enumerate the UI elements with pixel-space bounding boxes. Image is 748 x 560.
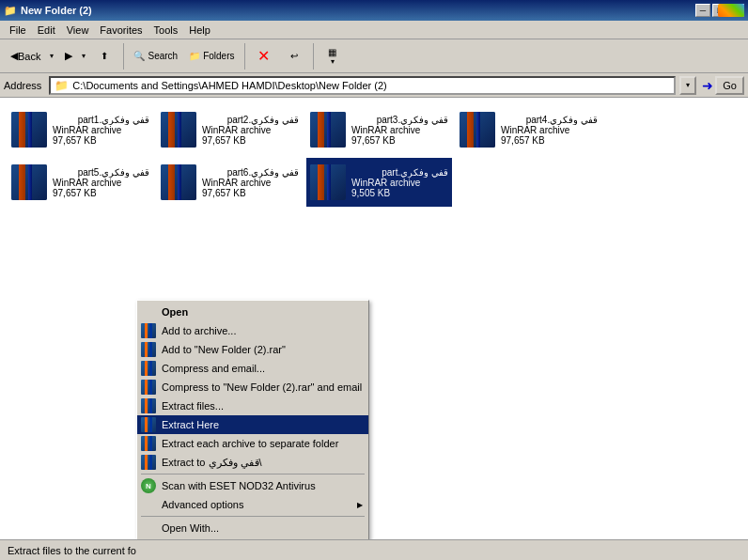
file-info: قفي وفكري.part4 WinRAR archive 97,657 KB (501, 115, 598, 146)
file-info: قفي وفكري.part2 WinRAR archive 97,657 KB (202, 115, 299, 146)
ctx-item-extract-each[interactable]: Extract each archive to separate folder (137, 434, 368, 453)
ctx-item-add-to-new-folder[interactable]: Add to "New Folder (2).rar" (137, 340, 368, 359)
address-folder-icon: 📁 (55, 79, 69, 92)
file-item[interactable]: قفي وفكري.part3 WinRAR archive 97,657 KB (306, 105, 452, 154)
toolbar-separator-2 (244, 43, 245, 70)
ctx-item-open[interactable]: Open (137, 303, 368, 321)
window-title: New Folder (2) (21, 5, 92, 16)
ctx-item-compress-email[interactable]: Compress and email... (137, 359, 368, 378)
back-button[interactable]: ◀ Back (4, 44, 47, 69)
folders-label: Folders (203, 51, 234, 61)
file-info: قفي وفكري.part5 WinRAR archive 97,657 KB (53, 167, 149, 198)
address-path: C:\Documents and Settings\AHMED HAMDI\De… (72, 80, 386, 91)
forward-button[interactable]: ▶ (58, 44, 79, 69)
ctx-item-extract-files[interactable]: Extract files... (137, 397, 368, 415)
up-icon: ⬆ (101, 51, 108, 61)
file-item[interactable]: قفي وفكري.part1 WinRAR archive 97,657 KB (8, 105, 153, 154)
folders-button[interactable]: 📁 Folders (184, 48, 239, 64)
menu-bar: File Edit View Favorites Tools Help (0, 21, 748, 39)
menu-view[interactable]: View (61, 23, 95, 38)
file-type: WinRAR archive (53, 125, 149, 135)
ctx-label: Open With... (162, 522, 219, 534)
rar-ctx-icon (141, 323, 156, 338)
file-name: قفي وفكري.part6 (202, 167, 299, 178)
winxp-logo (718, 4, 744, 17)
forward-dropdown[interactable]: ▾ (79, 44, 88, 69)
rar-ctx-icon (141, 361, 156, 376)
file-type: WinRAR archive (501, 125, 598, 135)
file-icon (161, 112, 196, 148)
content-area: Open Add to archive... Add to "New Folde… (0, 98, 748, 539)
file-name: قفي وفكري.part (351, 167, 448, 178)
ctx-item-add-to-archive[interactable]: Add to archive... (137, 321, 368, 340)
menu-tools[interactable]: Tools (148, 23, 184, 38)
toolbar-separator-3 (313, 43, 314, 70)
menu-favorites[interactable]: Favorites (94, 23, 148, 38)
file-name: قفي وفكري.part4 (501, 115, 598, 125)
file-icon (11, 112, 47, 148)
nav-group: ◀ Back ▾ (4, 44, 56, 69)
file-type: WinRAR archive (202, 178, 299, 188)
submenu-arrow-icon: ▶ (357, 501, 363, 509)
ctx-label: Compress to "New Folder (2).rar" and ema… (162, 381, 362, 393)
up-button[interactable]: ⬆ (90, 48, 118, 64)
back-arrow-icon: ◀ (10, 50, 18, 62)
file-size: 97,657 KB (501, 135, 598, 146)
views-button[interactable]: ▦ ▾ (319, 44, 347, 69)
ctx-item-open-with[interactable]: Open With... (137, 519, 368, 537)
file-item[interactable]: قفي وفكري.part5 WinRAR archive 97,657 KB (8, 158, 153, 207)
ctx-item-advanced[interactable]: Advanced options▶ (137, 495, 368, 514)
file-icon (161, 164, 196, 200)
status-bar: Extract files to the current fo (0, 539, 748, 560)
search-button[interactable]: 🔍 Search (129, 48, 182, 64)
file-info: قفي وفكري.part WinRAR archive 9,505 KB (351, 167, 448, 198)
file-info: قفي وفكري.part1 WinRAR archive 97,657 KB (53, 115, 149, 146)
rar-ctx-icon (141, 436, 156, 451)
file-item[interactable]: قفي وفكري.part2 WinRAR archive 97,657 KB (157, 105, 303, 154)
file-type: WinRAR archive (202, 125, 299, 135)
ctx-item-extract-to[interactable]: Extract to قفي وفكري\ (137, 453, 368, 472)
address-bar: Address 📁 C:\Documents and Settings\AHME… (0, 73, 748, 98)
toolbar: ◀ Back ▾ ▶ ▾ ⬆ 🔍 Search 📁 Folders ✕ ↩ ▦ … (0, 39, 748, 73)
status-text: Extract files to the current fo (8, 545, 136, 556)
rar-ctx-icon (141, 380, 156, 395)
ctx-label: Add to "New Folder (2).rar" (162, 344, 286, 355)
ctx-item-extract-here[interactable]: Extract Here (137, 415, 368, 434)
file-item[interactable]: قفي وفكري.part WinRAR archive 9,505 KB (306, 158, 452, 207)
file-info: قفي وفكري.part3 WinRAR archive 97,657 KB (351, 115, 448, 146)
file-name: قفي وفكري.part5 (53, 167, 149, 178)
file-item[interactable]: قفي وفكري.part6 WinRAR archive 97,657 KB (157, 158, 303, 207)
forward-group: ▶ ▾ (58, 44, 88, 69)
address-field[interactable]: 📁 C:\Documents and Settings\AHMED HAMDI\… (49, 76, 676, 95)
menu-file[interactable]: File (4, 23, 32, 38)
go-button[interactable]: Go (715, 76, 744, 95)
file-size: 97,657 KB (351, 135, 448, 146)
rar-ctx-icon (141, 455, 156, 470)
file-item[interactable]: قفي وفكري.part4 WinRAR archive 97,657 KB (456, 105, 601, 154)
delete-icon: ✕ (257, 47, 270, 65)
ctx-item-scan-nod32[interactable]: N Scan with ESET NOD32 Antivirus (137, 476, 368, 495)
minimize-button[interactable]: ─ (695, 4, 710, 17)
delete-button[interactable]: ✕ (250, 44, 278, 68)
ctx-label: Scan with ESET NOD32 Antivirus (162, 480, 316, 491)
context-menu: Open Add to archive... Add to "New Folde… (136, 300, 369, 539)
rar-ctx-icon (141, 417, 156, 432)
address-dropdown[interactable]: ▾ (679, 76, 696, 95)
toolbar-separator-1 (123, 43, 124, 70)
title-bar-left: 📁 New Folder (2) (4, 5, 92, 17)
back-dropdown[interactable]: ▾ (47, 44, 56, 69)
ctx-label: Extract files... (162, 400, 224, 412)
rar-ctx-icon (141, 398, 156, 413)
undo-button[interactable]: ↩ (280, 48, 308, 64)
file-name: قفي وفكري.part2 (202, 115, 299, 125)
window-icon: 📁 (4, 5, 17, 17)
ctx-label: Extract Here (162, 419, 219, 430)
ctx-item-compress-to-new[interactable]: Compress to "New Folder (2).rar" and ema… (137, 378, 368, 397)
file-info: قفي وفكري.part6 WinRAR archive 97,657 KB (202, 167, 299, 198)
folders-icon: 📁 (189, 51, 200, 61)
ctx-label: Extract to قفي وفكري\ (162, 457, 262, 469)
file-type: WinRAR archive (351, 125, 448, 135)
menu-edit[interactable]: Edit (32, 23, 61, 38)
menu-help[interactable]: Help (183, 23, 216, 38)
ctx-label: Compress and email... (162, 363, 265, 374)
